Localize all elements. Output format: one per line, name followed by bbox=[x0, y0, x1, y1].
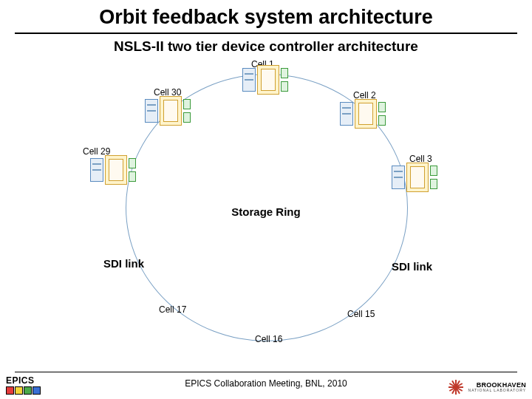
sdi-link-right: SDI link bbox=[392, 260, 432, 273]
brookhaven-logo: BROOKHAVEN NATIONAL LABORATORY bbox=[445, 380, 526, 395]
epics-logo: EPICS bbox=[6, 375, 41, 395]
epics-logo-text: EPICS bbox=[6, 375, 41, 386]
slide-subtitle: NSLS-II two tier device controller archi… bbox=[37, 38, 495, 55]
architecture-diagram: Storage Ring Cell 1 Cell 30 Cell 2 Cell … bbox=[44, 59, 488, 355]
epics-logo-squares bbox=[6, 386, 41, 395]
title-underline bbox=[15, 33, 517, 34]
slide: Orbit feedback system architecture NSLS-… bbox=[0, 0, 532, 399]
cell-node-29 bbox=[90, 155, 142, 185]
slide-title: Orbit feedback system architecture bbox=[37, 6, 495, 29]
cell-label-16: Cell 16 bbox=[255, 334, 282, 344]
sdi-link-left: SDI link bbox=[103, 257, 144, 270]
cell-node-3 bbox=[392, 163, 443, 192]
footer-divider bbox=[15, 372, 517, 372]
cell-node-1 bbox=[242, 65, 294, 95]
brookhaven-logo-icon bbox=[449, 380, 463, 395]
storage-ring-label: Storage Ring bbox=[44, 205, 488, 218]
cell-node-2 bbox=[340, 99, 392, 129]
cell-label-17: Cell 17 bbox=[159, 304, 186, 315]
brookhaven-logo-line2: NATIONAL LABORATORY bbox=[468, 389, 526, 392]
cell-label-15: Cell 15 bbox=[347, 309, 375, 319]
cell-node-30 bbox=[145, 96, 197, 126]
